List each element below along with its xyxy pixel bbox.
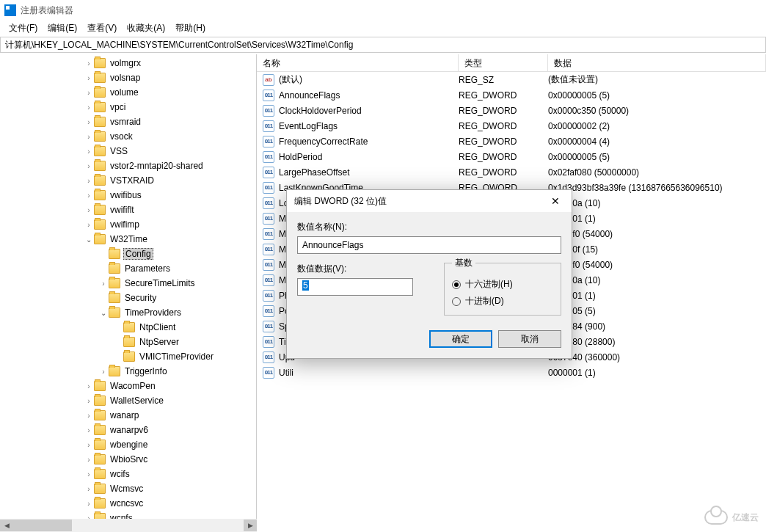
chevron-right-icon[interactable]: › (98, 368, 109, 376)
tree-node[interactable]: ›TriggerInfo (0, 364, 256, 379)
cancel-button[interactable]: 取消 (498, 330, 561, 348)
dword-value-icon (263, 274, 274, 286)
folder-icon (123, 351, 135, 362)
folder-icon (109, 263, 120, 274)
ok-button[interactable]: 确定 (429, 330, 492, 348)
value-row[interactable]: EventLogFlagsREG_DWORD0x00000002 (2) (257, 118, 766, 134)
tree-node[interactable]: ›WbioSrvc (0, 452, 256, 467)
chevron-right-icon[interactable]: › (84, 103, 94, 112)
chevron-right-icon[interactable]: › (84, 500, 94, 508)
value-data-input[interactable]: 5 (297, 278, 413, 296)
chevron-right-icon[interactable]: › (84, 221, 94, 229)
tree-node[interactable]: ⌄TimeProviders (0, 305, 256, 320)
tree-node[interactable]: ›SecureTimeLimits (0, 276, 256, 291)
tree-node[interactable]: ›vstor2-mntapi20-shared (0, 158, 256, 173)
chevron-right-icon[interactable]: › (84, 485, 94, 493)
tree-node[interactable]: Config (0, 247, 256, 261)
tree-node[interactable]: ›Wcmsvc (0, 481, 256, 496)
value-row[interactable]: AnnounceFlagsREG_DWORD0x00000005 (5) (257, 87, 766, 103)
tree-node[interactable]: ›volmgrx (0, 56, 256, 70)
tree-node[interactable]: ›wanarpv6 (0, 423, 256, 437)
col-data[interactable]: 数据 (548, 54, 766, 71)
tree-node[interactable]: ›WacomPen (0, 379, 256, 393)
value-name-input[interactable] (297, 236, 561, 254)
scroll-left-button[interactable]: ◀ (0, 520, 13, 531)
tree-node[interactable]: ›volsnap (0, 70, 256, 85)
value-type: REG_DWORD (459, 167, 548, 178)
tree-hscrollbar[interactable]: ◀ ▶ (0, 519, 257, 532)
tree-node-label: SecureTimeLimits (123, 278, 197, 288)
menu-file[interactable]: 文件(F) (4, 21, 42, 37)
chevron-down-icon[interactable]: ⌄ (84, 236, 94, 244)
chevron-right-icon[interactable]: › (84, 426, 94, 434)
chevron-right-icon[interactable]: › (84, 397, 94, 405)
dialog-close-button[interactable]: ✕ (541, 191, 570, 211)
value-row[interactable]: ClockHoldoverPeriodREG_DWORD0x0000c350 (… (257, 103, 766, 118)
dword-value-icon (263, 213, 274, 225)
tree-node[interactable]: NtpClient (0, 320, 256, 335)
radio-hex[interactable]: 十六进制(H) (452, 278, 553, 291)
chevron-right-icon[interactable]: › (84, 118, 94, 126)
scroll-thumb[interactable] (13, 520, 72, 531)
chevron-right-icon[interactable]: › (84, 441, 94, 449)
chevron-down-icon[interactable]: ⌄ (98, 309, 109, 317)
value-row[interactable]: FrequencyCorrectRateREG_DWORD0x00000004 … (257, 134, 766, 149)
menu-edit[interactable]: 编辑(E) (43, 21, 81, 37)
chevron-right-icon[interactable]: › (98, 280, 109, 288)
tree-node[interactable]: ›vwififlt (0, 203, 256, 217)
chevron-right-icon[interactable]: › (84, 147, 94, 156)
tree-node[interactable]: Parameters (0, 261, 256, 276)
tree-node[interactable]: ›VSTXRAID (0, 173, 256, 188)
tree-node[interactable]: ›wcifs (0, 467, 256, 481)
chevron-right-icon[interactable]: › (84, 74, 94, 82)
value-row[interactable]: (默认)REG_SZ(数值未设置) (257, 72, 766, 87)
dword-value-icon (263, 136, 274, 147)
tree-node[interactable]: ›WalletService (0, 393, 256, 408)
folder-icon (94, 102, 106, 112)
tree-node[interactable]: ›vsock (0, 129, 256, 144)
chevron-right-icon[interactable]: › (84, 456, 94, 464)
tree-node[interactable]: ›vwifibus (0, 188, 256, 203)
value-row[interactable]: HoldPeriodREG_DWORD0x00000005 (5) (257, 149, 766, 164)
value-row[interactable]: LargePhaseOffsetREG_DWORD0x02faf080 (500… (257, 164, 766, 180)
tree-node-label: WbioSrvc (109, 454, 149, 464)
chevron-right-icon[interactable]: › (84, 133, 94, 141)
value-name: FrequencyCorrectRate (279, 136, 368, 147)
tree-node[interactable]: ›VSS (0, 144, 256, 158)
tree-node[interactable]: ›vsmraid (0, 114, 256, 129)
tree-node[interactable]: ⌄W32Time (0, 232, 256, 247)
col-name[interactable]: 名称 (257, 54, 459, 71)
menu-view[interactable]: 查看(V) (83, 21, 121, 37)
menu-favorites[interactable]: 收藏夹(A) (123, 21, 169, 37)
tree-node[interactable]: ›volume (0, 85, 256, 100)
tree-node[interactable]: NtpServer (0, 335, 256, 349)
value-data: 0x0000c350 (50000) (548, 106, 766, 116)
address-bar[interactable]: 计算机\HKEY_LOCAL_MACHINE\SYSTEM\CurrentCon… (0, 37, 766, 53)
tree-node[interactable]: VMICTimeProvider (0, 349, 256, 364)
chevron-right-icon[interactable]: › (84, 59, 94, 68)
value-row[interactable]: Utili0000001 (1) (257, 365, 766, 380)
tree-node[interactable]: ›wbengine (0, 437, 256, 452)
tree-node[interactable]: ›vwifimp (0, 217, 256, 232)
tree-node[interactable]: Security (0, 291, 256, 305)
tree-node[interactable]: ›vpci (0, 100, 256, 114)
list-header: 名称 类型 数据 (257, 54, 766, 72)
chevron-right-icon[interactable]: › (84, 206, 94, 214)
chevron-right-icon[interactable]: › (84, 470, 94, 478)
chevron-right-icon[interactable]: › (84, 192, 94, 200)
scroll-right-button[interactable]: ▶ (244, 520, 257, 531)
chevron-right-icon[interactable]: › (84, 162, 94, 170)
chevron-right-icon[interactable]: › (84, 177, 94, 185)
tree-node[interactable]: ›wcncsvc (0, 496, 256, 511)
folder-icon (94, 396, 106, 406)
col-type[interactable]: 类型 (459, 54, 548, 71)
tree-node-label: vpci (109, 102, 127, 112)
tree-node[interactable]: ›wanarp (0, 408, 256, 423)
folder-icon (94, 58, 106, 68)
cloud-icon (704, 510, 728, 525)
chevron-right-icon[interactable]: › (84, 412, 94, 420)
chevron-right-icon[interactable]: › (84, 382, 94, 390)
menu-help[interactable]: 帮助(H) (171, 21, 210, 37)
radio-dec[interactable]: 十进制(D) (452, 295, 553, 307)
chevron-right-icon[interactable]: › (84, 89, 94, 97)
